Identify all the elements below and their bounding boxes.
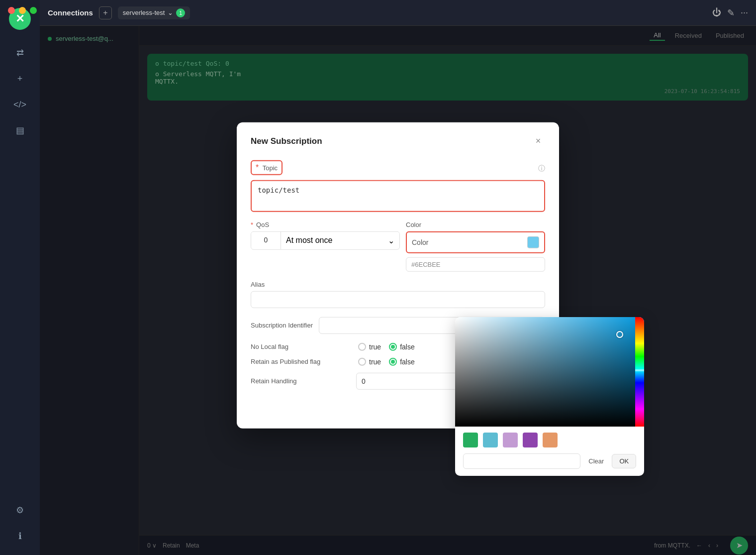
qos-required-star: * [251, 221, 253, 228]
color-gradient-canvas[interactable] [455, 317, 644, 427]
color-picker-input-row: #6ECBEE Clear OK [455, 451, 644, 476]
no-local-label: No Local flag [251, 343, 350, 350]
hue-strip[interactable] [635, 317, 644, 427]
power-icon[interactable]: ⏻ [712, 7, 721, 18]
color-label-text: Color [412, 238, 428, 246]
color-picker-cursor [616, 331, 623, 338]
sidebar-item-about[interactable]: ℹ [9, 525, 31, 547]
edit-icon[interactable]: ✎ [727, 7, 735, 18]
retain-true-radio[interactable] [358, 357, 366, 365]
more-icon[interactable]: ··· [741, 7, 748, 18]
swatch-purple[interactable] [523, 433, 538, 447]
qos-dropdown[interactable]: At most once ⌄ [281, 231, 399, 249]
swatch-cyan[interactable] [483, 433, 498, 447]
mac-window-controls [8, 7, 37, 14]
qos-left: * QoS 0 At most once ⌄ [251, 221, 400, 249]
topic-input[interactable]: topic/test [252, 181, 544, 209]
color-ok-button[interactable]: OK [612, 454, 636, 468]
color-select-wrapper[interactable]: Color [406, 231, 545, 253]
plus-icon: + [17, 74, 23, 84]
color-clear-button[interactable]: Clear [585, 455, 607, 467]
color-swatch-button[interactable] [527, 236, 539, 248]
color-hex-value: #6ECBEE [411, 260, 441, 268]
no-local-false-option[interactable]: false [389, 342, 415, 350]
topbar-actions: ⏻ ✎ ··· [712, 7, 748, 18]
topbar: Connections + serverless-test ⌄ 1 ⏻ ✎ ··… [40, 0, 756, 26]
qos-color-row: * QoS 0 At most once ⌄ Color [251, 221, 545, 253]
close-dot[interactable] [8, 7, 15, 14]
qos-hex-row: #6ECBEE [251, 257, 545, 271]
swatch-orange[interactable] [543, 433, 558, 447]
retain-false-label: false [400, 357, 415, 365]
no-local-true-option[interactable]: true [358, 342, 381, 350]
maximize-dot[interactable] [30, 7, 37, 14]
topic-label-wrapper: * Topic [251, 160, 283, 175]
minimize-dot[interactable] [19, 7, 26, 14]
topic-field-row: * Topic ⓘ topic/test [251, 160, 545, 212]
no-local-true-label: true [369, 342, 381, 350]
chevron-down-icon: ⌄ [168, 9, 173, 16]
retain-false-radio[interactable] [389, 357, 397, 365]
modal-title: New Subscription [251, 136, 322, 146]
connections-icon: ⇄ [16, 47, 24, 58]
no-local-false-radio[interactable] [389, 342, 397, 350]
alias-label: Alias [251, 280, 265, 288]
alias-input[interactable] [251, 291, 545, 308]
topic-info-icon[interactable]: ⓘ [538, 164, 545, 173]
qos-field-label: QoS [256, 221, 269, 228]
no-local-false-label: false [400, 342, 415, 350]
no-local-true-radio[interactable] [358, 342, 366, 350]
qos-value: 0 [251, 231, 281, 249]
hue-indicator [635, 369, 644, 371]
alias-field-row: Alias [251, 280, 545, 308]
tab-badge: 1 [176, 8, 185, 17]
color-hex-preview: #6ECBEE [406, 257, 545, 271]
code-icon: </> [13, 100, 26, 110]
modal-close-button[interactable]: × [531, 134, 545, 148]
qos-select-row: 0 At most once ⌄ [251, 231, 400, 249]
subscription-id-label: Subscription Identifier [251, 322, 313, 329]
retain-published-label: Retain as Published flag [251, 358, 350, 365]
retain-false-option[interactable]: false [389, 357, 415, 365]
topic-field-label: Topic [263, 164, 278, 171]
gear-icon: ⚙ [16, 505, 24, 516]
plus-icon: + [103, 8, 107, 17]
sidebar-item-settings[interactable]: ⚙ [9, 499, 31, 521]
swatch-green[interactable] [463, 433, 478, 447]
sidebar: ✕ ⇄ + </> ▤ ⚙ ℹ [0, 0, 40, 555]
sidebar-item-new[interactable]: + [9, 68, 31, 90]
color-hex-input[interactable]: #6ECBEE [463, 453, 580, 469]
tab-label: serverless-test [123, 9, 165, 16]
retain-true-label: true [369, 357, 381, 365]
color-field: Color Color [406, 221, 545, 253]
logo-icon: ✕ [15, 12, 24, 25]
modal-header: New Subscription × [251, 134, 545, 148]
retain-handling-value: 0 [362, 377, 366, 385]
sidebar-item-connections[interactable]: ⇄ [9, 42, 31, 64]
log-icon: ▤ [16, 125, 24, 136]
swatch-purple-light[interactable] [503, 433, 518, 447]
content-area: serverless-test@q... All Received Publis… [40, 26, 756, 555]
color-field-label: Color [406, 221, 421, 228]
sidebar-item-script[interactable]: </> [9, 94, 31, 115]
tab-serverless-test[interactable]: serverless-test ⌄ 1 [118, 6, 190, 19]
color-picker-popup: #6ECBEE Clear OK [455, 317, 644, 476]
topic-required-star: * [256, 163, 259, 171]
color-picker-body [455, 317, 644, 427]
color-swatches-row [455, 427, 644, 451]
info-icon: ℹ [18, 531, 22, 542]
add-connection-button[interactable]: + [99, 6, 112, 19]
retain-handling-label: Retain Handling [251, 377, 350, 385]
chevron-down-icon: ⌄ [388, 235, 394, 245]
main-area: Connections + serverless-test ⌄ 1 ⏻ ✎ ··… [40, 0, 756, 555]
qos-option-label: At most once [286, 236, 332, 245]
connections-title: Connections [48, 8, 93, 17]
sidebar-item-log[interactable]: ▤ [9, 119, 31, 141]
topic-input-wrapper: topic/test [251, 180, 545, 212]
retain-true-option[interactable]: true [358, 357, 381, 365]
